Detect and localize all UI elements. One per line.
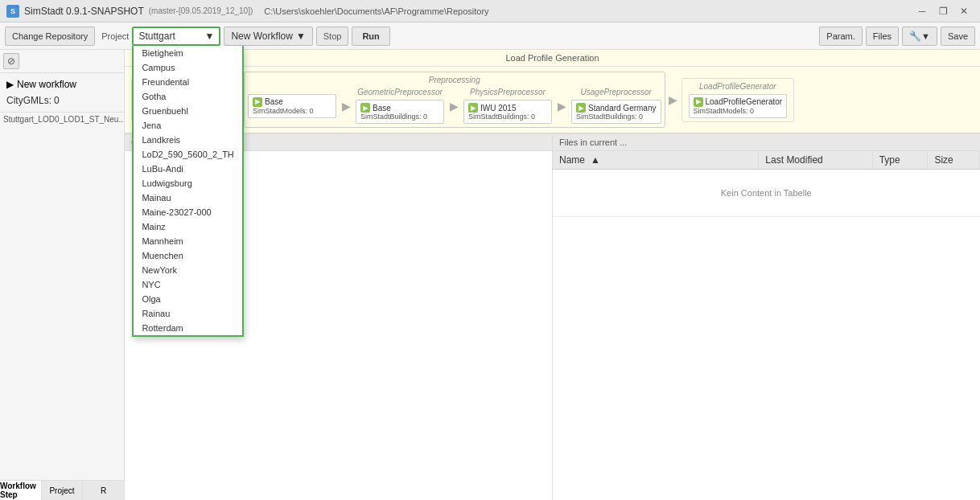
cancel-button[interactable]: ⊘ bbox=[3, 53, 19, 69]
col-size-label: Size bbox=[934, 154, 953, 166]
node-body-load: ▶ LoadProfileGenerator SimStadtModels: 0 bbox=[689, 94, 788, 118]
node-label: Base bbox=[373, 104, 391, 113]
workflow-area: Load Profile Generation CreateSimStadtMo… bbox=[125, 50, 980, 134]
dropdown-item[interactable]: Campus bbox=[134, 60, 241, 75]
new-workflow-sidebar-item[interactable]: ▶ New workflow bbox=[3, 76, 121, 92]
dropdown-item[interactable]: Olga bbox=[134, 292, 241, 306]
new-workflow-sidebar-label: New workflow bbox=[17, 79, 76, 90]
dropdown-item[interactable]: Gotha bbox=[134, 89, 241, 104]
col-name-label: Name bbox=[559, 154, 585, 166]
dropdown-item[interactable]: Mainz bbox=[134, 219, 241, 234]
dropdown-item[interactable]: Rainau bbox=[134, 306, 241, 321]
col-last-modified-label: Last Modified bbox=[765, 154, 822, 166]
maximize-button[interactable]: ❐ bbox=[933, 3, 953, 19]
save-button[interactable]: Save bbox=[941, 27, 975, 46]
geometric-node-body: ▶ Base SimStadtBuildings: 0 bbox=[356, 100, 444, 124]
node-row: ▶ IWU 2015 bbox=[468, 103, 547, 113]
col-type[interactable]: Type bbox=[872, 151, 928, 170]
files-section: Files in current ... Name ▲ Last Modifie… bbox=[553, 134, 980, 500]
new-workflow-button[interactable]: New Workflow ▼ bbox=[224, 27, 312, 46]
file-path: C:\Users\skoehler\Documents\AF\Programme… bbox=[264, 6, 488, 16]
node-expand-icon[interactable]: ▶ bbox=[360, 103, 370, 113]
node-row: ▶ Base bbox=[253, 97, 331, 107]
tab-workflow-step[interactable]: Workflow Step bbox=[0, 481, 42, 500]
project-label: Project bbox=[101, 31, 129, 41]
physics-node-body: ▶ IWU 2015 SimStadtBuildings: 0 bbox=[463, 100, 552, 124]
pipeline-arrow-icon: ▶ bbox=[665, 92, 681, 108]
dropdown-item[interactable]: Maine-23027-000 bbox=[134, 205, 241, 219]
preprocessing-base-node: ▶ Base SimStadtModels: 0 bbox=[248, 94, 336, 118]
param-button[interactable]: Param. bbox=[819, 27, 862, 46]
dropdown-item[interactable]: NewYork bbox=[134, 263, 241, 277]
pipeline-arrow-icon: ▶ bbox=[554, 98, 570, 114]
dropdown-item[interactable]: Muenchen bbox=[134, 248, 241, 263]
node-expand-icon[interactable]: ▶ bbox=[694, 97, 703, 107]
sidebar: ⊘ ▶ New workflow CityGMLs: 0 Stuttgart_L… bbox=[0, 50, 125, 500]
col-last-modified[interactable]: Last Modified bbox=[759, 151, 872, 170]
node-expand-icon[interactable]: ▶ bbox=[253, 97, 262, 107]
files-table-wrapper: Name ▲ Last Modified Type bbox=[553, 151, 980, 500]
node-count: SimStadtModels: 0 bbox=[253, 107, 331, 115]
files-table: Name ▲ Last Modified Type bbox=[553, 151, 980, 217]
node-count: SimStadtBuildings: 0 bbox=[468, 113, 547, 121]
node-expand-icon[interactable]: ▶ bbox=[468, 103, 478, 113]
node-row: ▶ Base bbox=[360, 103, 439, 113]
dropdown-item[interactable]: NYC bbox=[134, 277, 241, 292]
node-title-load: LoadProfileGenerator bbox=[689, 82, 788, 91]
dropdown-item[interactable]: Landkreis bbox=[134, 133, 241, 147]
citygml-label: CityGMLs: bbox=[6, 95, 51, 106]
node-label: IWU 2015 bbox=[480, 104, 516, 113]
col-name[interactable]: Name ▲ bbox=[553, 151, 759, 170]
dropdown-item[interactable]: Freundental bbox=[134, 75, 241, 89]
dropdown-list: Bietigheim Campus Freundental Gotha Grue… bbox=[132, 46, 243, 337]
files-table-body: Kein Content in Tabelle bbox=[553, 170, 980, 217]
app-title: SimStadt 0.9.1-SNAPSHOT bbox=[24, 6, 144, 17]
node-label: LoadProfileGenerator bbox=[706, 97, 783, 106]
files-button[interactable]: Files bbox=[866, 27, 899, 46]
node-expand-icon[interactable]: ▶ bbox=[576, 103, 586, 113]
tools-button[interactable]: 🔧▼ bbox=[902, 27, 937, 46]
files-table-header-row: Name ▲ Last Modified Type bbox=[553, 151, 980, 170]
dropdown-item[interactable]: Gruenbuehl bbox=[134, 104, 241, 118]
node-count: SimStadtModels: 0 bbox=[694, 107, 783, 115]
dropdown-item[interactable]: Mainau bbox=[134, 191, 241, 205]
project-dropdown[interactable]: Stuttgart ▼ bbox=[132, 27, 220, 46]
window-controls: ─ ❐ ✕ bbox=[912, 3, 974, 19]
minimize-button[interactable]: ─ bbox=[912, 3, 932, 19]
geometric-title: GeometricPreprocessor bbox=[356, 88, 444, 96]
dropdown-item[interactable]: Jena bbox=[134, 118, 241, 133]
content-area: Load Profile Generation CreateSimStadtMo… bbox=[125, 50, 980, 500]
col-type-label: Type bbox=[879, 154, 900, 166]
dropdown-item[interactable]: LoD2_590_5600_2_TH bbox=[134, 147, 241, 162]
tab-r[interactable]: R bbox=[83, 481, 124, 500]
new-workflow-label: New Workflow bbox=[231, 31, 292, 42]
close-button[interactable]: ✕ bbox=[954, 3, 974, 19]
files-table-head: Name ▲ Last Modified Type bbox=[553, 151, 980, 170]
stop-button[interactable]: Stop bbox=[316, 27, 349, 46]
toolbar: Change Repository Project Stuttgart ▼ Bi… bbox=[0, 23, 980, 50]
sidebar-file-item[interactable]: Stuttgart_LOD0_LOD1_ST_Neu... bbox=[0, 113, 124, 126]
node-label: Standard Germany bbox=[588, 104, 657, 113]
change-repository-button[interactable]: Change Repository bbox=[5, 27, 95, 46]
usage-title: UsagePreprocessor bbox=[571, 88, 661, 96]
node-count: SimStadtBuildings: 0 bbox=[360, 113, 439, 121]
play-icon: ▶ bbox=[6, 79, 14, 90]
dropdown-selected-value: Stuttgart bbox=[138, 31, 175, 42]
files-empty-row: Kein Content in Tabelle bbox=[553, 170, 980, 217]
dropdown-item[interactable]: Mannheim bbox=[134, 234, 241, 248]
run-button[interactable]: Run bbox=[352, 27, 389, 46]
physics-preprocessor: PhysicsPreprocessor ▶ IWU 2015 SimStadtB… bbox=[463, 88, 552, 124]
dropdown-item[interactable]: Ludwigsburg bbox=[134, 176, 241, 191]
dropdown-item[interactable]: Bietigheim bbox=[134, 46, 241, 60]
pipeline-node-load: LoadProfileGenerator ▶ LoadProfileGenera… bbox=[681, 78, 795, 122]
col-size[interactable]: Size bbox=[928, 151, 980, 170]
node-row: ▶ LoadProfileGenerator bbox=[694, 97, 783, 107]
dropdown-item[interactable]: Rotterdam bbox=[134, 321, 241, 335]
build-info: (master-[09.05.2019_12_10]) bbox=[149, 6, 253, 15]
tab-project[interactable]: Project bbox=[42, 481, 84, 500]
dropdown-item[interactable]: LuBu-Andi bbox=[134, 162, 241, 176]
sidebar-section: ▶ New workflow CityGMLs: 0 bbox=[0, 73, 124, 113]
sidebar-top: ⊘ bbox=[0, 50, 124, 73]
usage-preprocessor: UsagePreprocessor ▶ Standard Germany Sim… bbox=[571, 88, 661, 124]
physics-title: PhysicsPreprocessor bbox=[463, 88, 552, 96]
